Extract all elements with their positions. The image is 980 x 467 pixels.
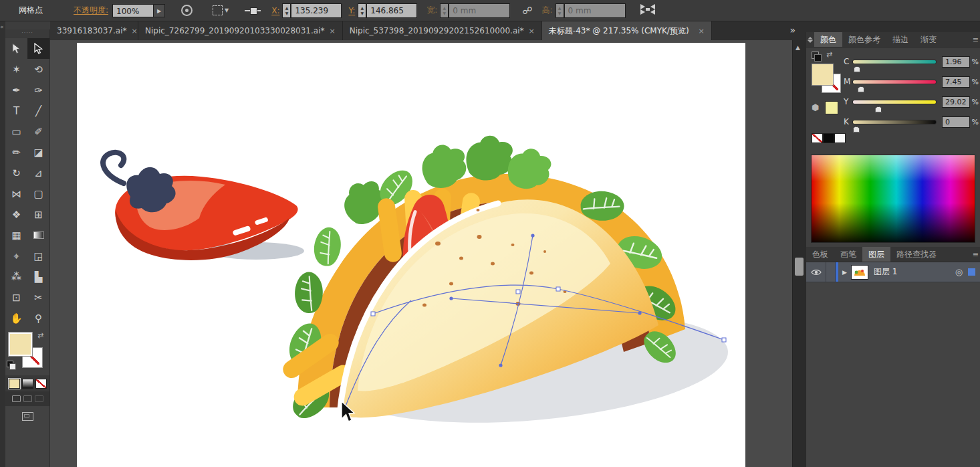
zoom-tool[interactable]: ⚲ [27,308,49,329]
x-value-field[interactable]: 135.239 m [291,3,342,18]
gradient-mode-chip[interactable] [22,379,33,389]
out-of-web-color-cube-icon[interactable]: ⬢ [812,102,819,112]
height-stepper[interactable]: ▲▼ [556,3,564,18]
tab-pathfinder[interactable]: 路径查找器 [890,247,943,262]
magenta-value-field[interactable]: 7.45 [942,76,970,88]
opacity-value[interactable]: 100% [112,4,154,17]
document-tab-3[interactable]: Nipic_537398_20190929202152610000.ai* × [343,21,542,40]
black-slider[interactable] [852,120,937,124]
opacity-dropdown-icon[interactable]: ▶ [154,4,165,17]
expand-layer-icon[interactable]: ▶ [842,269,847,276]
tab-swatches[interactable]: 色板 [806,247,834,262]
swap-fill-stroke-icon[interactable]: ⇄ [826,50,832,59]
scrollbar-thumb[interactable] [795,258,804,276]
symbol-sprayer-tool[interactable]: ⁂ [5,266,27,287]
tab-stroke[interactable]: 描边 [886,32,914,47]
height-value-field[interactable]: 0 mm [564,3,626,18]
tab-brushes[interactable]: 画笔 [834,247,862,262]
y-value-field[interactable]: 146.865 m [366,3,417,18]
x-label[interactable]: X: [271,6,279,15]
free-transform-tool[interactable]: ▢ [27,183,49,204]
document-tab-2[interactable]: Nipic_7262799_20190920103330028031.ai* × [138,21,343,40]
tab-color[interactable]: 颜色 [814,32,842,47]
layer-row[interactable]: ▶ 图层 1 ◎ [806,262,980,282]
none-swatch[interactable] [812,133,823,143]
gradient-tool[interactable] [27,225,49,246]
width-value-field[interactable]: 0 mm [449,3,510,18]
constrain-proportions-link-icon[interactable]: ☍ [522,5,532,17]
cyan-slider[interactable] [852,60,937,64]
hand-tool[interactable]: ✋ [5,308,27,329]
opacity-label[interactable]: 不透明度: [74,5,108,16]
close-tab-icon[interactable]: × [699,27,705,35]
yellow-slider[interactable] [852,100,937,104]
blend-tool[interactable]: ◲ [27,246,49,266]
yellow-value-field[interactable]: 29.02 [942,96,970,108]
width-tool[interactable]: ⋈ [5,183,27,204]
tab-color-guide[interactable]: 颜色参考 [842,32,886,47]
select-similar-control[interactable]: ▼ [193,5,229,15]
none-mode-chip[interactable] [35,379,47,389]
draw-normal-icon[interactable] [12,395,21,402]
document-tab-1[interactable]: 33916183037.ai* × [50,21,138,40]
pen-tool[interactable]: ✒ [5,80,27,100]
direct-selection-tool[interactable] [27,38,49,59]
fill-proxy[interactable] [8,332,33,357]
canvas-vertical-scrollbar[interactable]: ▲ [792,40,806,467]
layer-selection-indicator[interactable] [968,268,975,276]
fill-proxy[interactable] [812,64,834,86]
mesh-tool[interactable]: ▦ [5,225,27,246]
web-safe-color-swatch[interactable] [825,101,838,114]
magic-wand-tool[interactable]: ✶ [5,59,27,80]
x-stepper[interactable]: ▲▼ [282,3,291,18]
layer-name[interactable]: 图层 1 [874,266,897,278]
black-swatch[interactable] [823,133,834,143]
pencil-tool[interactable]: ✏ [5,142,27,163]
panel-collapse-icon[interactable] [806,32,814,47]
canvas-surround[interactable] [50,40,792,467]
y-stepper[interactable]: ▲▼ [358,3,366,18]
y-label[interactable]: Y: [348,6,355,15]
selection-tool[interactable] [5,38,27,59]
tab-overflow-chevron-icon[interactable]: » [785,23,798,37]
line-segment-tool[interactable]: ╱ [27,100,49,121]
eyedropper-tool[interactable]: ⌖ [5,246,27,266]
draw-behind-icon[interactable] [23,395,32,402]
chevron-down-icon[interactable]: ▼ [225,7,229,13]
type-tool[interactable]: T [5,100,27,121]
height-label[interactable]: 高: [542,5,553,16]
lock-column[interactable] [826,262,836,282]
tab-gradient[interactable]: 渐变 [914,32,943,47]
width-stepper[interactable]: ▲▼ [440,3,449,18]
scale-tool[interactable]: ⊿ [27,163,49,183]
opacity-combo[interactable]: 100% ▶ [112,4,165,17]
shape-builder-tool[interactable]: ❖ [5,204,27,225]
panel-menu-icon[interactable]: ≡ [971,247,980,262]
default-fill-stroke-icon[interactable] [7,361,15,369]
perspective-grid-tool[interactable]: ⊞ [27,204,49,225]
color-mode-chip[interactable] [9,379,20,389]
column-graph-tool[interactable]: ▙ [27,266,49,287]
layer-thumbnail[interactable] [851,265,868,280]
scroll-up-icon[interactable]: ▲ [795,44,800,51]
color-spectrum-picker[interactable] [811,155,975,243]
cyan-value-field[interactable]: 1.96 [942,56,970,68]
panel-menu-icon[interactable]: ≡ [971,32,980,47]
collapse-dock-icon[interactable]: « [0,23,3,30]
curvature-tool[interactable]: ✑ [27,80,49,100]
slice-tool[interactable]: ✂ [27,287,49,308]
draw-inside-icon[interactable] [35,395,43,402]
magenta-slider[interactable] [852,80,937,84]
close-tab-icon[interactable]: × [529,27,535,35]
free-distort-icon[interactable] [640,4,655,17]
white-swatch[interactable] [834,133,846,143]
rectangle-tool[interactable]: ▭ [5,121,27,142]
lasso-tool[interactable]: ⟲ [27,59,49,80]
tools-panel-grip[interactable]: ····· [5,29,49,38]
document-tab-active[interactable]: 未标题-43* @ 217.35% (CMYK/预览) × [542,21,712,40]
paintbrush-tool[interactable]: ✐ [27,121,49,142]
recolor-artwork-icon[interactable] [181,5,193,16]
artboard-canvas[interactable] [77,43,745,467]
fill-stroke-mini-icon[interactable] [812,52,821,61]
rotate-tool[interactable]: ↻ [5,163,27,183]
